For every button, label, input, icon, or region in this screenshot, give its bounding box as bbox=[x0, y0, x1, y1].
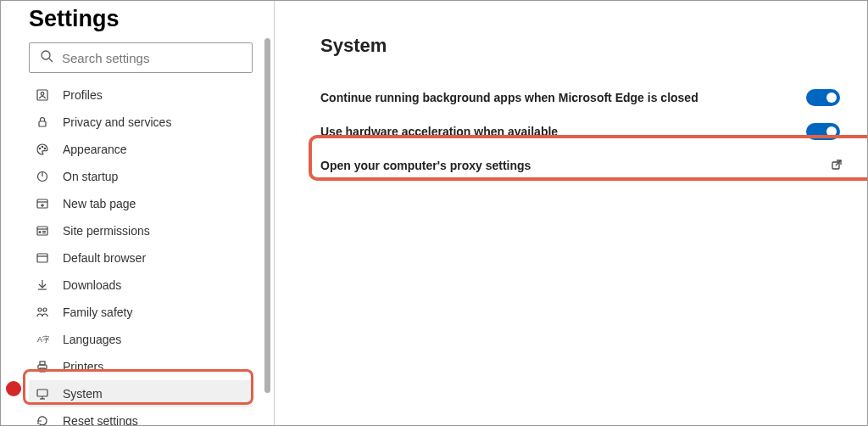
sidebar-item-printers[interactable]: Printers bbox=[29, 353, 253, 380]
sidebar-item-label: On startup bbox=[63, 170, 118, 183]
appearance-icon bbox=[36, 143, 49, 156]
svg-rect-29 bbox=[37, 390, 47, 396]
download-icon bbox=[36, 278, 49, 292]
sidebar-item-default-browser[interactable]: Default browser bbox=[29, 244, 253, 272]
sidebar-item-permissions[interactable]: Site permissions bbox=[29, 217, 253, 244]
annotation-dot bbox=[6, 381, 21, 396]
svg-line-33 bbox=[836, 160, 841, 165]
sidebar-item-startup[interactable]: On startup bbox=[29, 163, 253, 190]
sidebar-item-label: Site permissions bbox=[63, 224, 150, 238]
svg-point-6 bbox=[42, 146, 42, 147]
sidebar-item-languages[interactable]: A字 Languages bbox=[29, 326, 253, 353]
reset-icon bbox=[36, 414, 49, 425]
external-link-icon bbox=[830, 158, 843, 174]
svg-text:A字: A字 bbox=[37, 335, 49, 344]
svg-point-16 bbox=[39, 232, 41, 233]
sidebar-title: Settings bbox=[1, 1, 274, 42]
search-icon bbox=[40, 49, 62, 66]
svg-point-24 bbox=[43, 308, 47, 311]
profile-icon bbox=[36, 88, 49, 102]
sidebar-item-newtab[interactable]: New tab page bbox=[29, 190, 253, 217]
sidebar-item-label: Privacy and services bbox=[63, 115, 171, 129]
svg-point-0 bbox=[42, 51, 50, 59]
sidebar-nav: Profiles Privacy and services Appearance… bbox=[29, 81, 253, 425]
lock-icon bbox=[36, 115, 49, 129]
default-browser-icon bbox=[36, 251, 49, 265]
sidebar-item-downloads[interactable]: Downloads bbox=[29, 272, 253, 299]
sidebar-item-label: New tab page bbox=[63, 197, 136, 210]
toggle-hardware-accel[interactable] bbox=[806, 123, 840, 140]
sidebar-item-system[interactable]: System bbox=[29, 380, 253, 407]
sidebar-scrollbar[interactable] bbox=[264, 38, 270, 393]
svg-point-23 bbox=[38, 308, 42, 311]
newtab-icon bbox=[36, 197, 49, 210]
sidebar-item-privacy[interactable]: Privacy and services bbox=[29, 109, 253, 136]
permissions-icon bbox=[36, 224, 49, 238]
search-box[interactable] bbox=[29, 42, 253, 73]
main-panel: System Continue running background apps … bbox=[275, 1, 867, 425]
setting-label: Open your computer's proxy settings bbox=[320, 159, 531, 172]
power-icon bbox=[36, 170, 49, 183]
printer-icon bbox=[36, 360, 49, 373]
sidebar-item-label: Reset settings bbox=[63, 414, 138, 425]
page-title: System bbox=[320, 35, 852, 57]
setting-hardware-accel: Use hardware acceleration when available bbox=[320, 115, 852, 149]
svg-rect-27 bbox=[40, 362, 45, 365]
sidebar-item-appearance[interactable]: Appearance bbox=[29, 136, 253, 163]
setting-label: Use hardware acceleration when available bbox=[320, 125, 558, 138]
system-icon bbox=[36, 387, 49, 401]
svg-line-1 bbox=[49, 59, 53, 62]
search-input[interactable] bbox=[62, 51, 242, 65]
setting-proxy-link[interactable]: Open your computer's proxy settings bbox=[320, 149, 852, 182]
family-icon bbox=[36, 305, 49, 319]
toggle-background-apps[interactable] bbox=[806, 89, 840, 106]
sidebar-item-profiles[interactable]: Profiles bbox=[29, 81, 253, 109]
sidebar-item-label: System bbox=[63, 387, 103, 401]
sidebar-item-label: Profiles bbox=[63, 88, 103, 102]
sidebar-item-label: Printers bbox=[63, 360, 103, 373]
sidebar-item-label: Languages bbox=[63, 333, 121, 346]
sidebar-item-label: Family safety bbox=[63, 305, 132, 319]
setting-background-apps: Continue running background apps when Mi… bbox=[320, 81, 852, 115]
svg-rect-19 bbox=[37, 254, 47, 262]
language-icon: A字 bbox=[36, 333, 49, 346]
svg-rect-4 bbox=[39, 121, 46, 126]
sidebar-item-label: Downloads bbox=[63, 278, 121, 292]
svg-point-5 bbox=[39, 148, 40, 149]
sidebar: Settings Profiles Privacy and services A… bbox=[1, 1, 274, 425]
sidebar-item-label: Appearance bbox=[63, 143, 127, 156]
sidebar-item-reset[interactable]: Reset settings bbox=[29, 407, 253, 425]
svg-point-3 bbox=[41, 92, 44, 96]
setting-label: Continue running background apps when Mi… bbox=[320, 91, 698, 104]
sidebar-item-label: Default browser bbox=[63, 251, 146, 265]
svg-point-7 bbox=[44, 148, 45, 149]
sidebar-item-family[interactable]: Family safety bbox=[29, 299, 253, 326]
